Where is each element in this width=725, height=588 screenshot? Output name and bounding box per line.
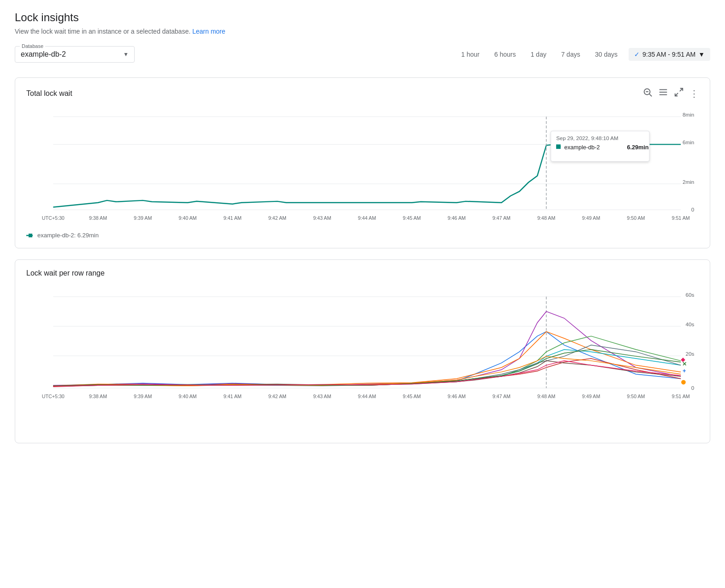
svg-text:20s: 20s	[685, 351, 694, 357]
chart2-area: 60s 40s 20s 0 UTC+5:30 9:38 AM 9:39 AM 9…	[26, 285, 699, 434]
svg-text:9:40 AM: 9:40 AM	[178, 394, 196, 399]
svg-text:6.29min: 6.29min	[627, 144, 648, 151]
time-btn-30d[interactable]: 30 days	[591, 49, 621, 60]
time-range-label: 9:35 AM - 9:51 AM	[642, 51, 695, 58]
svg-text:UTC+5:30: UTC+5:30	[42, 215, 65, 221]
lock-wait-per-row-card: Lock wait per row range 60s 40s 20s 0 UT…	[15, 259, 710, 443]
svg-text:9:38 AM: 9:38 AM	[89, 394, 107, 399]
svg-text:0: 0	[691, 206, 695, 212]
svg-text:6min: 6min	[683, 139, 694, 145]
svg-text:9:49 AM: 9:49 AM	[582, 394, 600, 399]
svg-text:Sep 29, 2022, 9:48:10 AM: Sep 29, 2022, 9:48:10 AM	[556, 135, 618, 141]
svg-rect-39	[29, 234, 32, 237]
chart1-area: 8min 6min 2min 0 UTC+5:30 9:38 AM 9:39 A…	[26, 107, 699, 228]
database-label: Database	[20, 43, 45, 49]
time-btn-1d[interactable]: 1 day	[527, 49, 550, 60]
chart1-legend: example-db-2: 6.29min	[26, 232, 699, 239]
svg-text:9:48 AM: 9:48 AM	[537, 215, 555, 221]
svg-text:9:38 AM: 9:38 AM	[89, 215, 107, 221]
svg-text:9:44 AM: 9:44 AM	[358, 394, 376, 399]
svg-text:2min: 2min	[683, 179, 694, 185]
svg-text:9:39 AM: 9:39 AM	[134, 394, 152, 399]
time-btn-7d[interactable]: 7 days	[558, 49, 584, 60]
svg-text:9:50 AM: 9:50 AM	[627, 394, 645, 399]
svg-line-6	[680, 88, 683, 91]
svg-text:9:40 AM: 9:40 AM	[178, 215, 196, 221]
chart1-svg: 8min 6min 2min 0 UTC+5:30 9:38 AM 9:39 A…	[26, 107, 699, 227]
chart1-zoom-icon[interactable]	[642, 87, 653, 100]
svg-text:9:39 AM: 9:39 AM	[134, 215, 152, 221]
svg-text:9:47 AM: 9:47 AM	[493, 394, 511, 399]
database-selector[interactable]: Database example-db-2 ▼	[15, 46, 135, 63]
chart1-header: Total lock wait	[26, 87, 699, 100]
svg-text:9:44 AM: 9:44 AM	[358, 215, 376, 221]
chart1-more-icon[interactable]: ⋮	[689, 88, 699, 99]
svg-text:+: +	[683, 368, 686, 374]
svg-text:40s: 40s	[685, 321, 694, 327]
page-title: Lock insights	[15, 11, 710, 24]
svg-text:9:48 AM: 9:48 AM	[537, 394, 555, 399]
chart2-svg: 60s 40s 20s 0 UTC+5:30 9:38 AM 9:39 AM 9…	[26, 285, 699, 432]
svg-line-7	[675, 93, 678, 96]
svg-text:9:46 AM: 9:46 AM	[448, 215, 466, 221]
svg-text:9:49 AM: 9:49 AM	[582, 215, 600, 221]
svg-text:9:41 AM: 9:41 AM	[224, 215, 242, 221]
svg-text:9:42 AM: 9:42 AM	[268, 215, 286, 221]
svg-text:✕: ✕	[682, 361, 687, 367]
svg-text:example-db-2: example-db-2	[564, 144, 600, 151]
chart1-legend-icon[interactable]	[658, 87, 668, 100]
svg-text:9:43 AM: 9:43 AM	[313, 394, 331, 399]
controls-row: Database example-db-2 ▼ 1 hour 6 hours 1…	[15, 46, 710, 63]
chart1-actions: ⋮	[642, 87, 699, 100]
chart2-title: Lock wait per row range	[26, 269, 105, 277]
svg-text:9:45 AM: 9:45 AM	[403, 215, 421, 221]
svg-text:UTC+5:30: UTC+5:30	[42, 394, 65, 399]
svg-text:9:43 AM: 9:43 AM	[313, 215, 331, 221]
time-controls: 1 hour 6 hours 1 day 7 days 30 days ✓ 9:…	[458, 48, 710, 61]
learn-more-link[interactable]: Learn more	[192, 28, 226, 35]
svg-text:9:47 AM: 9:47 AM	[493, 215, 511, 221]
chart2-header: Lock wait per row range	[26, 269, 699, 277]
svg-text:9:45 AM: 9:45 AM	[403, 394, 421, 399]
time-range-button[interactable]: ✓ 9:35 AM - 9:51 AM ▼	[629, 48, 710, 61]
svg-text:9:51 AM: 9:51 AM	[672, 215, 690, 221]
database-value-display[interactable]: example-db-2 ▼	[21, 48, 129, 59]
chart1-title: Total lock wait	[26, 89, 72, 98]
svg-text:9:41 AM: 9:41 AM	[224, 394, 242, 399]
svg-text:9:46 AM: 9:46 AM	[448, 394, 466, 399]
svg-point-67	[681, 380, 686, 385]
chart1-legend-line-icon	[26, 233, 36, 238]
time-btn-1h[interactable]: 1 hour	[458, 49, 483, 60]
svg-text:8min: 8min	[683, 112, 694, 118]
svg-text:9:42 AM: 9:42 AM	[268, 394, 286, 399]
total-lock-wait-card: Total lock wait	[15, 77, 710, 248]
svg-text:9:51 AM: 9:51 AM	[672, 394, 690, 399]
chart1-legend-label: example-db-2: 6.29min	[37, 232, 99, 239]
svg-text:0: 0	[691, 385, 695, 391]
svg-text:60s: 60s	[685, 292, 694, 298]
svg-line-1	[649, 94, 652, 96]
page-subtitle: View the lock wait time in an instance o…	[15, 28, 710, 35]
time-btn-6h[interactable]: 6 hours	[491, 49, 520, 60]
svg-text:9:50 AM: 9:50 AM	[627, 215, 645, 221]
chart1-fullscreen-icon[interactable]	[674, 87, 684, 100]
time-range-dropdown-icon: ▼	[698, 51, 705, 58]
check-icon: ✓	[634, 51, 640, 58]
database-dropdown-arrow: ▼	[123, 51, 129, 58]
